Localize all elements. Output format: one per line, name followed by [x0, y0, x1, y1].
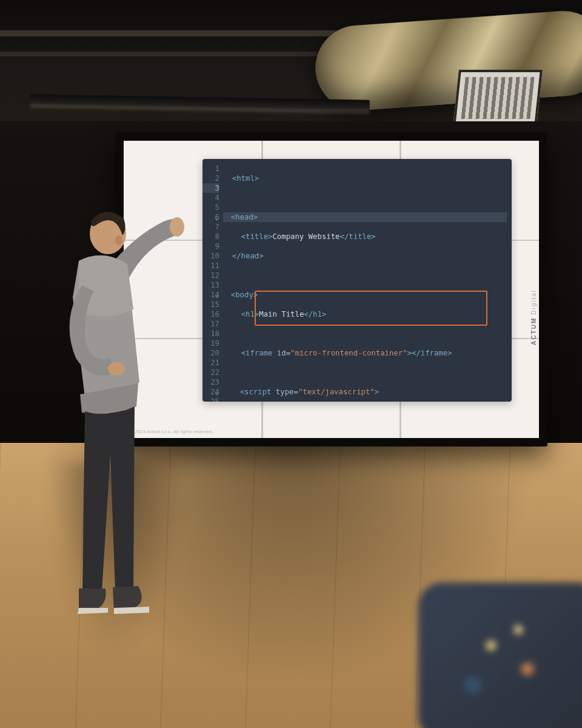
code-line: <iframe id="micro-frontend-container"></… — [223, 348, 507, 358]
code-line — [223, 193, 507, 203]
line-number: 7 — [202, 222, 219, 232]
photo-scene: ACTUMDigital © 2023 Actum s.r.o. All rig… — [0, 0, 582, 728]
line-number-gutter: 1 2 3 4 5 6 7 8 9 10 11 12 13 14 15 16 1… — [202, 164, 223, 397]
code-line — [223, 271, 507, 280]
line-number: 8 — [202, 232, 219, 241]
air-vent — [453, 70, 543, 126]
line-number: 5 — [202, 203, 219, 212]
line-number: 23 — [202, 377, 219, 387]
line-number: 13 — [202, 280, 219, 290]
line-number: 18 — [202, 329, 219, 339]
ceiling — [0, 0, 582, 127]
code-line: ⌄ <head> — [223, 212, 507, 222]
presenter-shadow — [48, 461, 182, 655]
code-line: <h1>Main Title</h1> — [223, 309, 507, 319]
brand-name: ACTUM — [531, 317, 538, 345]
line-number: 12 — [202, 271, 219, 280]
code-line: <title>Company Website</title> — [223, 232, 507, 241]
line-number: 17 — [202, 319, 219, 329]
line-number: 2 — [202, 174, 219, 183]
code-line: </head> — [223, 251, 507, 261]
presentation-screen: ACTUMDigital © 2023 Actum s.r.o. All rig… — [115, 132, 547, 447]
line-number: 1 — [202, 164, 219, 174]
code-line — [223, 368, 507, 377]
audience-foreground — [418, 582, 582, 728]
light-fixture — [30, 94, 370, 111]
line-number: 9 — [202, 241, 219, 251]
line-number: 4 — [202, 193, 219, 203]
brand-sub: Digital — [531, 289, 538, 315]
line-number: 3 — [202, 183, 219, 193]
code-body: <html> ⌄ <head> <title>Company Website</… — [223, 164, 507, 397]
code-line: ⌄ <body> — [223, 290, 507, 300]
line-number: 19 — [202, 339, 219, 348]
code-line: <html> — [223, 174, 507, 183]
line-number: 20 — [202, 348, 219, 358]
slide-copyright: © 2023 Actum s.r.o. All rights reserved. — [130, 429, 213, 434]
line-number: 25 — [202, 397, 219, 402]
line-number: 22 — [202, 368, 219, 377]
code-line — [223, 329, 507, 339]
line-number: 11 — [202, 261, 219, 271]
line-number: 10 — [202, 251, 219, 261]
code-line: ⌄ <script type="text/javascript"> — [223, 387, 507, 397]
line-number: 21 — [202, 358, 219, 368]
line-number: 16 — [202, 309, 219, 319]
line-number: 15 — [202, 300, 219, 309]
brand-watermark: ACTUMDigital — [531, 289, 538, 345]
code-editor: 1 2 3 4 5 6 7 8 9 10 11 12 13 14 15 16 1… — [202, 159, 512, 402]
hvac-duct — [313, 8, 582, 113]
